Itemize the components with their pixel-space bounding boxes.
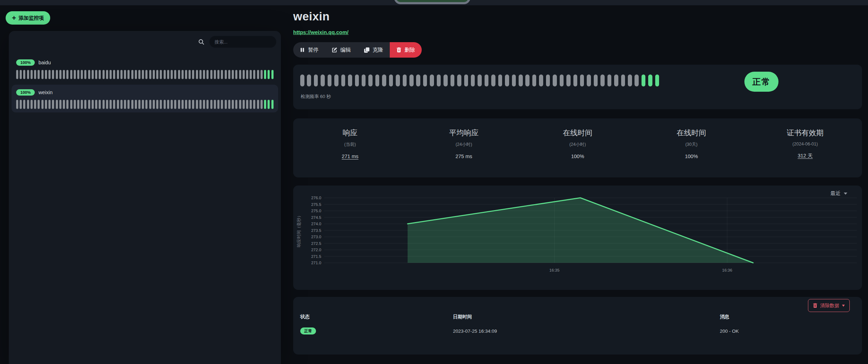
heartbeat-bar[interactable] [135,70,137,79]
heartbeat-bar[interactable] [443,74,448,86]
sidebar-item-baidu[interactable]: 100% baidu [12,55,278,83]
heartbeat-bar[interactable] [655,74,659,86]
heartbeat-bar[interactable] [56,100,58,109]
heartbeat-bar[interactable] [621,74,625,86]
heartbeat-bar[interactable] [56,70,58,79]
heartbeat-bar[interactable] [171,70,173,79]
heartbeat-bar[interactable] [41,100,44,109]
heartbeat-bar[interactable] [307,74,311,86]
heartbeat-bar[interactable] [232,100,234,109]
heartbeat-bar[interactable] [23,100,25,109]
heartbeat-bar[interactable] [178,100,180,109]
heartbeat-bar[interactable] [600,74,605,86]
heartbeat-bar[interactable] [268,70,270,79]
heartbeat-bar[interactable] [164,70,166,79]
heartbeat-bar[interactable] [217,70,219,79]
heartbeat-bar[interactable] [192,70,194,79]
heartbeat-bar[interactable] [110,70,112,79]
heartbeat-bar[interactable] [228,70,230,79]
heartbeat-bar[interactable] [31,70,33,79]
heartbeat-bar[interactable] [519,74,523,86]
heartbeat-bar[interactable] [117,100,119,109]
heartbeat-bar[interactable] [192,100,194,109]
heartbeat-bar[interactable] [66,70,68,79]
heartbeat-bar[interactable] [403,74,407,86]
heartbeat-bar[interactable] [106,100,108,109]
heartbeat-bar[interactable] [77,100,79,109]
heartbeat-bar[interactable] [221,70,223,79]
heartbeat-bar[interactable] [160,100,162,109]
heartbeat-bar[interactable] [59,100,61,109]
heartbeat-bar[interactable] [546,74,550,86]
heartbeat-bar[interactable] [185,100,187,109]
heartbeat-bar[interactable] [225,70,227,79]
heartbeat-bar[interactable] [174,70,176,79]
heartbeat-bar[interactable] [614,74,618,86]
heartbeat-bar[interactable] [239,100,241,109]
heartbeat-bar[interactable] [70,100,72,109]
heartbeat-bar[interactable] [362,74,366,86]
heartbeat-bar[interactable] [138,70,140,79]
heartbeat-bar[interactable] [203,100,205,109]
chart-range-dropdown[interactable]: 最近 [830,190,847,197]
heartbeat-bar[interactable] [120,70,123,79]
heartbeat-bar[interactable] [63,100,65,109]
heartbeat-bar[interactable] [142,100,144,109]
heartbeat-bar[interactable] [594,74,598,86]
heartbeat-bar[interactable] [430,74,434,86]
heartbeat-bar[interactable] [261,70,263,79]
heartbeat-bar[interactable] [48,70,51,79]
heartbeat-bar[interactable] [642,74,646,86]
heartbeat-bar[interactable] [271,100,274,109]
monitor-url-link[interactable]: https://weixin.qq.com/ [293,29,349,35]
heartbeat-bar[interactable] [153,100,155,109]
heartbeat-bar[interactable] [214,70,216,79]
heartbeat-bar[interactable] [23,70,25,79]
heartbeat-bar[interactable] [512,74,516,86]
heartbeat-bar[interactable] [498,74,502,86]
heartbeat-bar[interactable] [505,74,509,86]
heartbeat-bar[interactable] [199,100,202,109]
heartbeat-bar[interactable] [334,74,338,86]
heartbeat-bar[interactable] [328,74,332,86]
heartbeat-bar[interactable] [396,74,400,86]
heartbeat-bar[interactable] [409,74,414,86]
heartbeat-bar[interactable] [178,70,180,79]
heartbeat-bar[interactable] [127,70,130,79]
heartbeat-bar[interactable] [138,100,140,109]
heartbeat-bar[interactable] [314,74,318,86]
heartbeat-bar[interactable] [485,74,489,86]
heartbeat-bar[interactable] [70,70,72,79]
heartbeat-bar[interactable] [20,70,22,79]
heartbeat-bar[interactable] [214,100,216,109]
heartbeat-bar[interactable] [250,70,252,79]
heartbeat-bar[interactable] [149,100,151,109]
heartbeat-bar[interactable] [52,70,54,79]
heartbeat-bar[interactable] [156,70,158,79]
heartbeat-bar[interactable] [382,74,386,86]
heartbeat-bar[interactable] [113,70,115,79]
heartbeat-bar[interactable] [124,100,126,109]
heartbeat-bar[interactable] [553,74,557,86]
heartbeat-bar[interactable] [539,74,543,86]
heartbeat-bar[interactable] [145,70,147,79]
heartbeat-bar[interactable] [45,70,47,79]
heartbeat-bar[interactable] [88,70,90,79]
heartbeat-bar[interactable] [368,74,373,86]
heartbeat-bar[interactable] [478,74,482,86]
heartbeat-bar[interactable] [243,70,245,79]
heartbeat-bar[interactable] [84,70,86,79]
heartbeat-bar[interactable] [81,70,83,79]
heartbeat-bar[interactable] [95,100,97,109]
edit-button[interactable]: 编辑 [325,42,357,58]
heartbeat-bar[interactable] [16,70,18,79]
heartbeat-bar[interactable] [149,70,151,79]
heartbeat-bar[interactable] [34,100,36,109]
heartbeat-bar[interactable] [84,100,86,109]
heartbeat-bar[interactable] [38,100,40,109]
heartbeat-bar[interactable] [63,70,65,79]
heartbeat-bar[interactable] [182,70,184,79]
heartbeat-bar[interactable] [120,100,123,109]
heartbeat-bar[interactable] [31,100,33,109]
heartbeat-bar[interactable] [59,70,61,79]
